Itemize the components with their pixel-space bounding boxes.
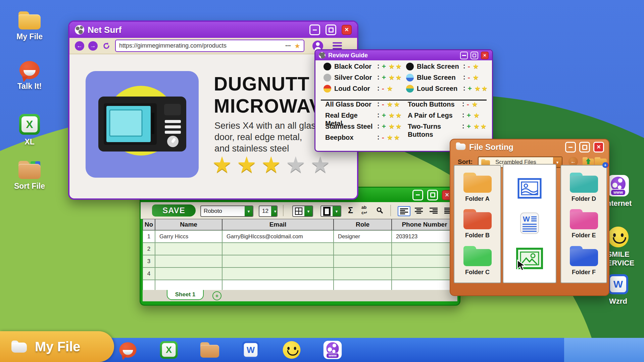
minimize-button[interactable] <box>460 52 468 59</box>
mouse-cursor <box>516 259 526 272</box>
folder-item-folder-d[interactable]: Folder D <box>570 173 598 202</box>
table-cell[interactable]: 3 <box>143 255 155 267</box>
review-item-label: Touch Buttons <box>408 100 461 108</box>
smiley-icon <box>608 227 629 247</box>
fill-select[interactable]: ▾ <box>320 205 341 217</box>
table-cell[interactable]: 4 <box>143 267 155 280</box>
folder-icon <box>456 142 466 150</box>
menu-icon[interactable] <box>333 42 342 50</box>
table-cell[interactable] <box>392 267 457 280</box>
table-cell[interactable]: 2039123 <box>392 230 457 243</box>
taskbar-item-folder-tan[interactable] <box>200 340 219 360</box>
table-cell[interactable] <box>222 255 334 267</box>
maximize-button[interactable] <box>579 142 590 153</box>
image-blue-file-icon[interactable] <box>517 178 542 199</box>
table-cell[interactable] <box>334 255 392 267</box>
rating-star-icon: ★ <box>286 152 310 177</box>
wrap-text-button[interactable]: ab c↵ <box>361 205 367 216</box>
table-cell[interactable]: GarryBigHIccss@coldmail.com <box>222 230 334 243</box>
doc-word-file-icon[interactable]: W <box>520 212 539 234</box>
taskbar-item-word[interactable] <box>241 340 260 360</box>
url-bar[interactable]: https://gimmegimmerating.com/products ••… <box>115 40 304 52</box>
folder-item-folder-e[interactable]: Folder E <box>570 209 598 239</box>
start-button[interactable]: My File <box>0 331 114 362</box>
chevron-down-icon[interactable]: ▾ <box>333 206 341 216</box>
minimize-button[interactable] <box>412 190 423 200</box>
chevron-down-icon[interactable]: ▾ <box>245 206 253 216</box>
close-button[interactable] <box>481 52 489 59</box>
maximize-button[interactable] <box>470 52 478 59</box>
file-sorting-titlebar[interactable]: File Sorting <box>450 139 609 155</box>
table-cell[interactable]: Garry Hiccs <box>155 230 222 243</box>
table-cell[interactable]: Designer <box>334 230 392 243</box>
chevron-down-icon[interactable]: ▾ <box>271 206 278 216</box>
folder-item-folder-c[interactable]: Folder C <box>463 246 492 276</box>
bookmark-star-icon[interactable]: ★ <box>294 42 300 50</box>
font-size-select[interactable]: 12 ▾ <box>259 205 278 217</box>
folder-item-folder-a[interactable]: Folder A <box>463 173 492 202</box>
table-cell[interactable] <box>222 243 334 255</box>
table-cell[interactable] <box>222 267 334 280</box>
table-cell[interactable]: 2 <box>143 243 155 255</box>
font-name-value: Roboto <box>201 208 245 215</box>
folder-item-folder-b[interactable]: Folder B <box>463 209 492 239</box>
align-left-button[interactable] <box>398 206 410 216</box>
taskbar-item-chat[interactable] <box>118 340 138 360</box>
forward-button[interactable]: → <box>88 41 98 51</box>
table-cell[interactable]: 1 <box>143 230 155 243</box>
close-button[interactable] <box>593 142 604 153</box>
table-cell[interactable] <box>155 267 222 280</box>
review-stars: ★★ <box>474 122 488 130</box>
desktop-icon-xl[interactable]: XL <box>12 114 47 146</box>
minimize-button[interactable] <box>309 24 320 35</box>
review-row: Touch Buttons:-★ <box>408 100 479 108</box>
review-stars: ★ <box>473 73 480 81</box>
folder-icon <box>463 246 492 266</box>
desktop-icon-talk-it-[interactable]: Talk It! <box>12 61 47 90</box>
search-icon[interactable] <box>376 207 383 215</box>
url-menu-dots[interactable]: ••• <box>285 43 291 48</box>
review-item-label: Black Screen <box>417 62 462 70</box>
sheet-tab[interactable]: Sheet 1 <box>167 290 204 300</box>
table-cell[interactable] <box>334 243 392 255</box>
align-center-button[interactable] <box>413 206 425 215</box>
review-guide-titlebar[interactable]: Review Guide <box>315 50 492 60</box>
save-button[interactable]: SAVE <box>152 204 196 217</box>
minimize-button[interactable] <box>565 142 576 153</box>
folder-item-folder-f[interactable]: Folder F <box>570 246 598 276</box>
taskbar-item-smiley[interactable] <box>282 340 301 360</box>
table-cell[interactable] <box>155 243 222 255</box>
maximize-button[interactable] <box>326 24 336 35</box>
taskbar-tray[interactable] <box>564 338 644 362</box>
wrap-text-top: ab <box>361 205 367 210</box>
chevron-down-icon[interactable]: ▾ <box>304 206 312 216</box>
table-cell[interactable] <box>392 255 457 267</box>
add-sheet-button[interactable]: + <box>212 291 221 300</box>
browser-toolbar: ← → https://gimmegimmerating.com/product… <box>69 38 357 54</box>
fill-icon <box>323 207 331 216</box>
taskbar-item-xl[interactable] <box>159 340 179 360</box>
column-header: Email <box>222 219 334 230</box>
review-sign: - <box>382 84 384 93</box>
borders-icon <box>295 207 302 215</box>
desktop-icon-sort-file[interactable]: Sort File <box>12 161 47 190</box>
borders-select[interactable]: ▾ <box>292 205 313 217</box>
table-cell[interactable] <box>392 243 457 255</box>
sum-button[interactable]: Σ <box>348 205 353 215</box>
browser-titlebar[interactable]: Net Surf <box>69 22 357 38</box>
review-sign: + <box>468 84 472 93</box>
align-right-button[interactable] <box>428 206 439 215</box>
folder-panel-right: Folder DFolder EFolder F <box>560 165 607 283</box>
refresh-button[interactable] <box>102 41 111 51</box>
close-button[interactable] <box>342 25 352 35</box>
folder-icon <box>570 173 598 193</box>
table-cell[interactable] <box>334 267 392 280</box>
back-button[interactable]: ← <box>75 41 84 51</box>
table-cell[interactable] <box>155 255 222 267</box>
taskbar-item-globe-www[interactable]: www <box>323 340 342 360</box>
desktop-icon-my-file[interactable]: My File <box>12 11 47 41</box>
maximize-button[interactable] <box>427 190 438 200</box>
font-select[interactable]: Roboto ▾ <box>200 205 253 217</box>
folder-icon <box>11 341 27 353</box>
review-sign: - <box>468 62 470 70</box>
